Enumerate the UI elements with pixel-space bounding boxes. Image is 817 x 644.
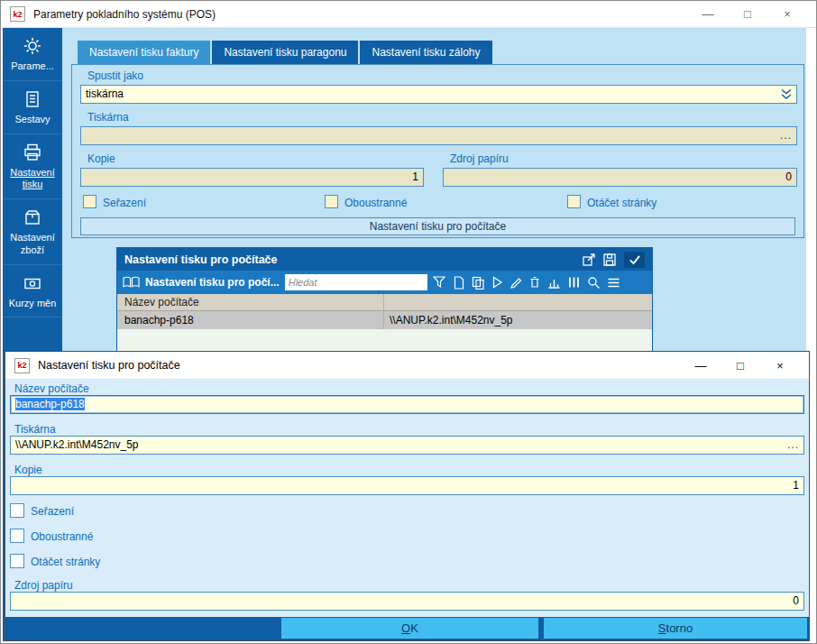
dialog-button-bar: OK Storno <box>5 617 809 640</box>
table-row[interactable]: banachp-p618 \\ANUP.k2.int\M452nv_5p <box>117 311 652 329</box>
kopie-input[interactable]: 1 <box>80 168 424 187</box>
dialog-kopie-input[interactable]: 1 <box>10 476 804 495</box>
dialog-zdroj-label: Zdroj papíru <box>14 579 73 592</box>
search-input[interactable] <box>285 274 427 290</box>
storno-button[interactable]: Storno <box>544 618 807 639</box>
sidebar-item-label: Nastavení tisku <box>5 167 60 192</box>
popup-icon[interactable] <box>583 253 595 266</box>
columns-icon[interactable] <box>567 276 581 289</box>
browse-button[interactable]: ... <box>780 127 792 144</box>
spustit-jako-input[interactable]: tiskárna <box>80 85 797 104</box>
dialog-serazeni-label: Seřazení <box>31 505 74 518</box>
dialog-otacet-stranky-label: Otáčet stránky <box>31 556 100 568</box>
close-icon[interactable]: × <box>767 7 807 21</box>
panel-title-icons <box>583 252 645 268</box>
dialog-minimize-icon[interactable]: — <box>681 359 721 373</box>
menu-icon[interactable] <box>607 277 620 289</box>
edit-icon[interactable] <box>509 276 522 289</box>
book-icon <box>123 276 140 289</box>
dialog-titlebar: k2 Nastavení tisku pro počítače — □ × <box>5 352 809 379</box>
tab-nastaveni-tisku-paragonu[interactable]: Nastavení tisku paragonu <box>212 41 358 64</box>
cell-computer: banachp-p618 <box>117 311 384 329</box>
nazev-pocitace-label: Název počítače <box>14 382 89 395</box>
dialog-otacet-stranky-checkbox[interactable] <box>10 554 24 568</box>
spustit-jako-value: tiskárna <box>86 87 124 100</box>
cell-printer: \\ANUP.k2.int\M452nv_5p <box>384 314 652 327</box>
confirm-icon[interactable] <box>624 252 645 268</box>
zdroj-papiru-label: Zdroj papíru <box>450 152 509 165</box>
serazeni-checkbox[interactable] <box>83 195 96 208</box>
computers-settings-button[interactable]: Nastavení tisku pro počítače <box>80 217 795 235</box>
filter-icon[interactable] <box>433 276 445 289</box>
serazeni-label: Seřazení <box>103 197 146 209</box>
chart-icon[interactable] <box>547 276 561 289</box>
sidebar-item-label: Sestavy <box>14 114 50 126</box>
sidebar-item-sestavy[interactable]: Sestavy <box>3 81 62 134</box>
grid-header: Název počítače <box>117 294 652 311</box>
dialog-close-icon[interactable]: × <box>760 359 800 373</box>
save-icon[interactable] <box>603 253 616 266</box>
tiskarna-input[interactable]: ... <box>80 126 797 145</box>
computer-print-dialog: k2 Nastavení tisku pro počítače — □ × Ná… <box>5 351 810 641</box>
dialog-tiskarna-label: Tiskárna <box>14 423 56 436</box>
window-controls: — □ × <box>688 7 807 21</box>
window-titlebar: k2 Parametry pokladního systému (POS) — … <box>1 1 816 28</box>
app-window: k2 Parametry pokladního systému (POS) — … <box>0 0 817 644</box>
zdroj-papiru-input[interactable]: 0 <box>443 168 797 187</box>
oboustranne-checkbox[interactable] <box>325 195 338 208</box>
tab-nastaveni-tisku-zalohy[interactable]: Nastavení tisku zálohy <box>360 41 491 64</box>
dialog-icon: k2 <box>14 358 30 373</box>
app-icon-text: k2 <box>13 10 22 19</box>
grid-header-computer[interactable]: Název počítače <box>117 294 384 310</box>
sidebar-item-nastaveni-zbozi[interactable]: Nastavení zboží <box>3 199 62 265</box>
sidebar-item-label: Parame... <box>11 60 54 73</box>
print-settings-form: Spustit jako tiskárna Tiskárna ... Kopie… <box>71 64 804 238</box>
chevron-down-icon[interactable] <box>780 88 793 106</box>
spustit-jako-label: Spustit jako <box>87 69 143 82</box>
nazev-pocitace-value: banachp-p618 <box>15 398 85 410</box>
dialog-icon-text: k2 <box>17 361 26 370</box>
dialog-kopie-label: Kopie <box>14 464 42 476</box>
kopie-label: Kopie <box>87 152 115 165</box>
dialog-title: Nastavení tisku pro počítače <box>38 359 180 372</box>
computers-panel-toolbar: Nastavení tisku pro počí... <box>117 271 652 294</box>
printer-icon <box>23 143 42 162</box>
minimize-icon[interactable]: — <box>688 7 728 21</box>
computers-panel-title: Nastavení tisku pro počítače <box>124 253 278 266</box>
gear-icon <box>23 36 42 56</box>
search-settings-icon[interactable] <box>587 276 601 290</box>
sidebar-item-nastaveni-tisku[interactable]: Nastavení tisku <box>3 134 62 200</box>
toolbar-actions <box>453 276 620 290</box>
copy-icon[interactable] <box>472 276 485 290</box>
dialog-browse-button[interactable]: ... <box>787 437 799 454</box>
reports-icon <box>23 89 42 109</box>
panel-toolbar-caption: Nastavení tisku pro počí... <box>145 276 280 289</box>
dialog-maximize-icon[interactable]: □ <box>721 359 760 373</box>
run-icon[interactable] <box>491 276 503 289</box>
ok-button[interactable]: OK <box>281 618 538 639</box>
dialog-oboustranne-label: Oboustranné <box>31 530 93 543</box>
window-title: Parametry pokladního systému (POS) <box>33 8 216 21</box>
tab-nastaveni-tisku-faktury[interactable]: Nastavení tisku faktury <box>78 41 210 64</box>
nazev-pocitace-input[interactable]: banachp-p618 <box>10 395 804 414</box>
sidebar-item-label: Nastavení zboží <box>5 232 60 257</box>
dialog-oboustranne-checkbox[interactable] <box>10 529 24 543</box>
maximize-icon[interactable]: □ <box>728 7 767 21</box>
computers-panel-titlebar: Nastavení tisku pro počítače <box>117 248 652 271</box>
app-icon: k2 <box>10 6 25 22</box>
tiskarna-label: Tiskárna <box>87 111 129 124</box>
new-record-icon[interactable] <box>453 276 465 290</box>
sidebar-item-parametry[interactable]: Parame... <box>3 28 62 81</box>
sidebar-item-kurzy-men[interactable]: Kurzy měn <box>3 265 62 318</box>
dialog-tiskarna-input[interactable]: \\ANUP.k2.int\M452nv_5p ... <box>10 436 804 455</box>
dialog-tiskarna-value: \\ANUP.k2.int\M452nv_5p <box>15 438 139 451</box>
oboustranne-label: Oboustranné <box>344 197 407 209</box>
dialog-body: Název počítače banachp-p618 Tiskárna \\A… <box>5 379 809 640</box>
currency-icon <box>23 273 42 293</box>
otacet-stranky-checkbox[interactable] <box>567 195 581 208</box>
dialog-serazeni-checkbox[interactable] <box>10 503 24 518</box>
sidebar-item-label: Kurzy měn <box>9 298 57 310</box>
dialog-zdroj-input[interactable]: 0 <box>10 592 804 611</box>
otacet-stranky-label: Otáčet stránky <box>587 197 656 209</box>
delete-icon[interactable] <box>528 276 541 289</box>
